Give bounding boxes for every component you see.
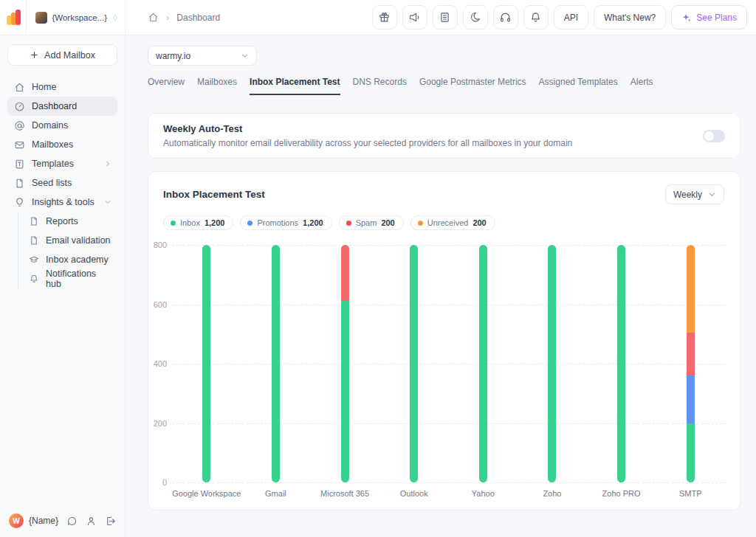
legend-item-inbox[interactable]: Inbox 1,200: [163, 215, 233, 230]
sidebar-item-label: Domains: [32, 120, 68, 131]
inbox-placement-chart-card: Inbox Placement Test Weekly Inbox 1,200 …: [148, 171, 740, 510]
period-select[interactable]: Weekly: [665, 184, 724, 204]
stacked-bar-zoho: [548, 245, 556, 482]
plus-icon: [30, 50, 39, 60]
report-file-icon: [29, 216, 39, 226]
bar-segment-spam: [341, 245, 349, 301]
bar-segment-inbox: [617, 245, 625, 482]
sidebar-item-home[interactable]: Home: [7, 77, 117, 97]
home-icon: [14, 82, 25, 93]
chart-column: [172, 245, 241, 482]
sidebar-item-insights-tools[interactable]: Insights & tools: [7, 193, 117, 212]
chart-title: Inbox Placement Test: [163, 189, 265, 200]
legend-dot: [247, 221, 252, 226]
bell-icon: [529, 11, 542, 24]
tab-google-postmaster-metrics[interactable]: Google Postmaster Metrics: [419, 77, 526, 95]
topbar-actions: API What's New? See Plans: [372, 5, 747, 30]
x-axis-label: SMTP: [656, 489, 725, 498]
autotest-title: Weekly Auto-Test: [163, 123, 572, 134]
tab-dns-records[interactable]: DNS Records: [353, 77, 407, 95]
tab-inbox-placement-test[interactable]: Inbox Placement Test: [250, 77, 340, 95]
user-avatar[interactable]: W: [9, 513, 24, 528]
chart-column: [587, 245, 656, 482]
sidebar-item-notifications-hub[interactable]: Notifications hub: [27, 269, 117, 288]
main-content: warmy.io Overview Mailboxes Inbox Placem…: [126, 35, 756, 537]
domain-select-value: warmy.io: [156, 51, 190, 61]
sidebar-item-email-validation[interactable]: Email validation: [27, 231, 117, 250]
add-mailbox-button[interactable]: Add Mailbox: [7, 44, 117, 66]
legend-label: Promotions: [257, 218, 298, 227]
stacked-bar-outlook: [410, 245, 418, 482]
whats-new-button[interactable]: What's New?: [594, 5, 666, 30]
toggle-knob: [704, 131, 714, 141]
api-button[interactable]: API: [554, 5, 588, 30]
add-mailbox-label: Add Mailbox: [44, 50, 95, 60]
see-plans-button[interactable]: See Plans: [671, 5, 747, 30]
bar-segment-inbox: [202, 245, 210, 482]
validation-file-icon: [29, 235, 39, 246]
sidebar-footer: W {Name}: [7, 509, 117, 530]
legend-item-promotions[interactable]: Promotions 1,200: [240, 215, 331, 230]
workspace-selector[interactable]: {Workspace...}: [27, 12, 125, 24]
sidebar-item-label: Seed lists: [32, 178, 72, 188]
tab-mailboxes[interactable]: Mailboxes: [197, 77, 237, 95]
chevron-down-icon: [104, 198, 111, 206]
weekly-autotest-card: Weekly Auto-Test Automatically monitor e…: [148, 113, 740, 159]
stacked-bar-zoho-pro: [617, 245, 625, 482]
announcements-button[interactable]: [402, 5, 427, 30]
bar-segment-inbox: [410, 245, 418, 482]
dark-mode-button[interactable]: [463, 5, 488, 30]
domain-select[interactable]: warmy.io: [148, 46, 257, 66]
app-window: {Workspace...} › Dashboard: [0, 0, 756, 537]
gift-button[interactable]: [372, 5, 397, 30]
bar-segment-inbox: [341, 301, 349, 482]
sidebar-item-label: Insights & tools: [32, 197, 94, 207]
tab-overview[interactable]: Overview: [148, 77, 185, 95]
bell-icon: [29, 274, 39, 284]
sidebar-item-label: Email validation: [46, 235, 111, 246]
legend-item-spam[interactable]: Spam 200: [339, 215, 404, 230]
tab-assigned-templates[interactable]: Assigned Templates: [539, 77, 618, 95]
sidebar-item-mailboxes[interactable]: Mailboxes: [7, 135, 117, 154]
legend-item-unreceived[interactable]: Unreceived 200: [410, 215, 495, 230]
sidebar-item-domains[interactable]: Domains: [7, 116, 117, 135]
gridline: [172, 482, 725, 483]
sidebar-subnav: Reports Email validation Inbox academy N…: [18, 212, 117, 288]
sidebar-item-inbox-academy[interactable]: Inbox academy: [27, 250, 117, 269]
legend-value: 1,200: [205, 218, 225, 227]
profile-icon[interactable]: [86, 516, 97, 527]
tab-bar: Overview Mailboxes Inbox Placement Test …: [148, 77, 740, 95]
sidebar-item-label: Notifications hub: [46, 268, 111, 289]
chevron-down-icon: [241, 52, 249, 60]
docs-button[interactable]: [433, 5, 458, 30]
stacked-bar-smtp: [687, 245, 695, 482]
sidebar-item-seed-lists[interactable]: Seed lists: [7, 173, 117, 193]
document-icon: [439, 11, 451, 24]
tab-alerts[interactable]: Alerts: [630, 77, 653, 95]
headphones-icon: [499, 11, 512, 24]
legend-dot: [171, 221, 176, 226]
megaphone-icon: [408, 11, 421, 24]
sidebar-item-label: Dashboard: [32, 101, 77, 111]
template-file-icon: [14, 159, 25, 170]
chat-icon[interactable]: [66, 516, 78, 527]
sidebar-item-reports[interactable]: Reports: [27, 212, 117, 231]
home-icon[interactable]: [148, 12, 159, 23]
x-axis-label: Microsoft 365: [310, 489, 379, 498]
support-button[interactable]: [493, 5, 518, 30]
app-logo[interactable]: [0, 0, 27, 35]
x-axis-label: Yahoo: [449, 489, 518, 498]
legend-value: 1,200: [303, 218, 323, 227]
chart-column: [379, 245, 449, 482]
logout-icon[interactable]: [105, 516, 116, 527]
sidebar-item-templates[interactable]: Templates: [7, 154, 117, 173]
autotest-toggle[interactable]: [703, 130, 725, 142]
chart-column: [310, 245, 379, 482]
y-tick-label: 200: [154, 419, 167, 428]
stacked-bar-microsoft-365: [341, 245, 349, 482]
sidebar-item-dashboard[interactable]: Dashboard: [7, 97, 117, 116]
x-axis-label: Gmail: [241, 489, 311, 498]
x-axis-label: Zoho PRO: [587, 489, 656, 498]
sidebar-nav: Home Dashboard Domains Mailboxes Templat…: [7, 77, 117, 288]
notifications-button[interactable]: [523, 5, 549, 30]
